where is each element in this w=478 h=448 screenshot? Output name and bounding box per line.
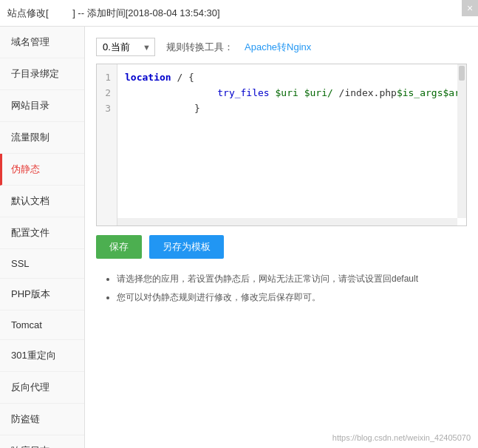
scrollbar-thumb-v — [459, 66, 465, 81]
save-button[interactable]: 保存 — [96, 235, 142, 259]
line-num-3: 3 — [103, 101, 111, 117]
save-as-template-button[interactable]: 另存为模板 — [149, 235, 224, 259]
close-button[interactable]: × — [462, 0, 478, 16]
line-numbers: 1 2 3 — [97, 64, 117, 225]
sidebar-item-ssl[interactable]: SSL — [0, 249, 84, 279]
scrollbar-vertical[interactable] — [457, 64, 466, 218]
scrollbar-horizontal[interactable] — [117, 218, 457, 225]
tip-1: 请选择您的应用，若设置伪静态后，网站无法正常访问，请尝试设置回default — [117, 272, 467, 286]
sidebar-item-subdir[interactable]: 子目录绑定 — [0, 58, 84, 90]
watermark: https://blog.csdn.net/weixin_42405070 — [332, 433, 471, 442]
sidebar-item-301-redirect[interactable]: 301重定向 — [0, 340, 84, 372]
sidebar-item-tomcat[interactable]: Tomcat — [0, 310, 84, 340]
header-title-end: ] -- 添加时间[2018-08-04 13:54:30] — [72, 7, 219, 20]
converter-label: 规则转换工具： — [166, 41, 233, 54]
main-container: × 站点修改[ ] -- 添加时间[2018-08-04 13:54:30] 域… — [0, 0, 478, 448]
button-row: 保存 另存为模板 — [96, 235, 467, 259]
sidebar-item-default-doc[interactable]: 默认文档 — [0, 186, 84, 217]
preset-select[interactable]: 0.当前 — [96, 38, 155, 56]
sidebar-item-traffic[interactable]: 流量限制 — [0, 122, 84, 154]
sidebar-item-response-log[interactable]: 响应日志 — [0, 435, 84, 448]
page-header: 站点修改[ ] -- 添加时间[2018-08-04 13:54:30] — [0, 0, 478, 27]
toolbar-row: 0.当前 ▼ 规则转换工具： Apache转Nginx — [96, 38, 467, 56]
header-title: 站点修改[ — [7, 7, 49, 20]
select-wrapper: 0.当前 ▼ — [96, 38, 155, 56]
tip-2: 您可以对伪静态规则进行修改，修改完后保存即可。 — [117, 291, 467, 305]
sidebar-item-webroot[interactable]: 网站目录 — [0, 90, 84, 122]
code-editor: 1 2 3 location / { try_files $uri $uri/ … — [96, 64, 467, 226]
sidebar: 域名管理 子目录绑定 网站目录 流量限制 伪静态 默认文档 配置文件 SSL P… — [0, 27, 85, 448]
converter-link[interactable]: Apache转Nginx — [245, 41, 311, 54]
sidebar-item-hotlink[interactable]: 防盗链 — [0, 404, 84, 435]
sidebar-item-domain[interactable]: 域名管理 — [0, 27, 84, 58]
line-num-2: 2 — [103, 86, 111, 101]
header-site-id — [49, 7, 73, 18]
code-content[interactable]: location / { try_files $uri $uri/ /index… — [117, 64, 466, 225]
main-content: 0.当前 ▼ 规则转换工具： Apache转Nginx 1 2 3 locati… — [85, 27, 478, 448]
sidebar-item-pseudo[interactable]: 伪静态 — [0, 154, 84, 186]
sidebar-item-config[interactable]: 配置文件 — [0, 217, 84, 249]
sidebar-item-reverse-proxy[interactable]: 反向代理 — [0, 372, 84, 404]
tips-section: 请选择您的应用，若设置伪静态后，网站无法正常访问，请尝试设置回default 您… — [96, 272, 467, 305]
line-num-1: 1 — [103, 70, 111, 86]
sidebar-item-php-version[interactable]: PHP版本 — [0, 279, 84, 310]
